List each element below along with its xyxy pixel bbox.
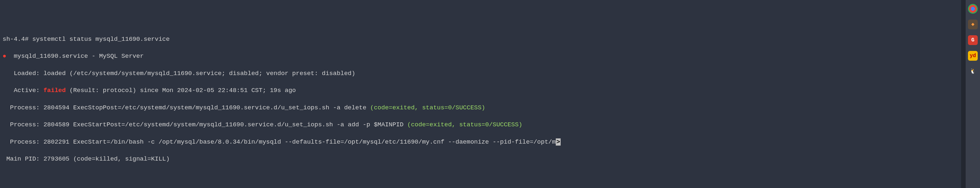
main-pid-line: Main PID: 2793605 (code=killed, signal=K… [3,155,977,163]
dictionary-icon[interactable]: yd [968,51,978,61]
unit-header-line: ● mysqld_11690.service - MySQL Server [3,52,977,60]
mainpid-text: Main PID: 2793605 (code=killed, signal=K… [3,155,170,162]
terminal-prompt-line[interactable]: sh-4.4# systemctl status mysqld_11690.se… [3,35,977,43]
system-tray: ◆ G yd 🐧 [966,0,980,188]
unit-name: mysqld_11690.service - MySQL Server [14,53,143,60]
shell-prompt: sh-4.4# [3,35,32,43]
command-text: systemctl status mysqld_11690.service [32,35,170,43]
active-status: failed [43,87,65,94]
process1-code: (code=exited, status=0/SUCCESS) [370,104,485,111]
process-line-1: Process: 2804594 ExecStopPost=/etc/syste… [3,103,977,112]
chrome-icon[interactable] [968,4,978,14]
assistant-icon[interactable]: G [968,35,978,45]
loaded-label: Loaded: [3,70,43,77]
process2-code: (code=exited, status=0/SUCCESS) [407,121,522,128]
process-line-2: Process: 2804589 ExecStartPost=/etc/syst… [3,121,977,129]
loaded-line: Loaded: loaded (/etc/systemd/system/mysq… [3,69,977,78]
process-line-3: Process: 2802291 ExecStart=/bin/bash -c … [3,138,977,146]
loaded-value: loaded (/etc/systemd/system/mysqld_11690… [43,70,355,77]
blank-line [3,172,977,180]
active-line: Active: failed (Result: protocol) since … [3,86,977,95]
status-dot-icon: ● [3,53,6,60]
process2-text: Process: 2804589 ExecStartPost=/etc/syst… [3,121,407,128]
truncate-icon: > [556,138,561,146]
process1-text: Process: 2804594 ExecStopPost=/etc/syste… [3,104,370,111]
qq-penguin-icon[interactable]: 🐧 [968,67,978,76]
active-label: Active: [3,87,43,94]
app-launcher-icon[interactable]: ◆ [968,19,978,29]
process3-text: Process: 2802291 ExecStart=/bin/bash -c … [3,138,556,146]
active-rest: (Result: protocol) since Mon 2024-02-05 … [66,87,296,94]
scrollbar[interactable] [961,0,966,188]
